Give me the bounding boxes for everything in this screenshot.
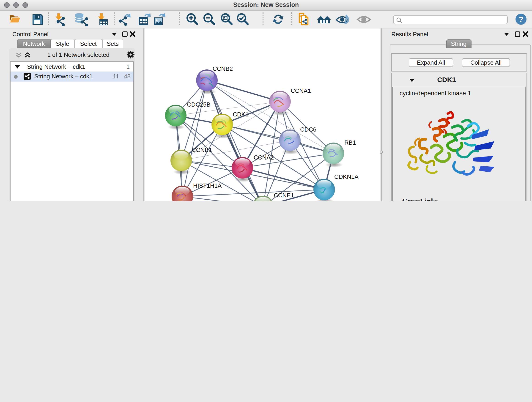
svg-text:HIST1H1A: HIST1H1A	[193, 182, 222, 189]
svg-text:?: ?	[519, 15, 524, 24]
svg-text:CDC25B: CDC25B	[187, 101, 210, 108]
svg-text:CDKN1A: CDKN1A	[334, 173, 358, 180]
svg-text:CCNA2: CCNA2	[253, 154, 273, 161]
svg-text:CCNE1: CCNE1	[273, 192, 294, 199]
svg-text:RB1: RB1	[344, 139, 356, 146]
svg-text:CDC6: CDC6	[300, 126, 316, 133]
svg-text:CCNB1: CCNB1	[191, 147, 212, 153]
svg-text:CDK1: CDK1	[233, 111, 248, 118]
svg-text:CCNB2: CCNB2	[212, 65, 233, 72]
svg-text:CCNA1: CCNA1	[291, 87, 311, 94]
